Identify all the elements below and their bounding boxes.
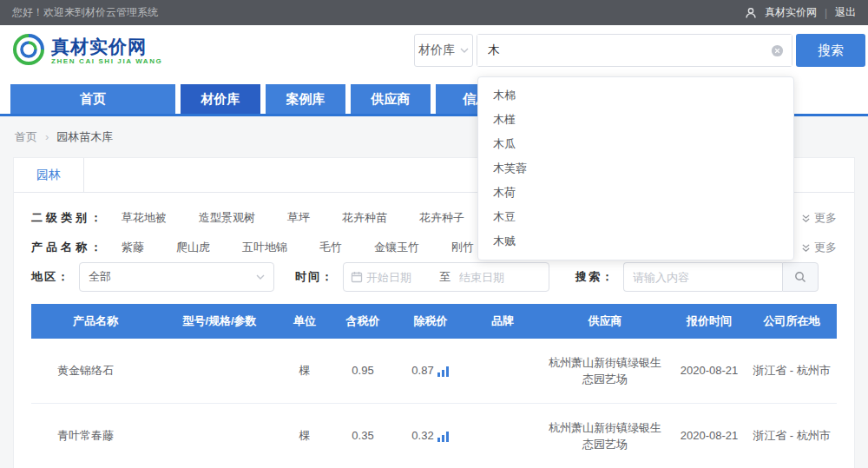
nav-tab[interactable]: 首页: [10, 84, 175, 114]
cell-brand: [465, 339, 540, 403]
topbar-divider: |: [825, 7, 827, 19]
product-filter-item[interactable]: 五叶地锦: [242, 240, 287, 255]
suggestion-item[interactable]: 木豆: [478, 205, 793, 229]
product-filter-item[interactable]: 毛竹: [319, 240, 342, 255]
region-select-value: 全部: [89, 269, 111, 285]
breadcrumb-home[interactable]: 首页: [15, 129, 37, 145]
cell-tax-price: 0.95: [330, 339, 396, 403]
column-header: 品牌: [465, 304, 540, 339]
nav-tab[interactable]: 供应商: [351, 84, 431, 114]
cell-supplier: 杭州萧山新街镇绿银生态园艺场: [540, 339, 670, 403]
cell-brand: [465, 404, 540, 468]
column-header: 供应商: [540, 304, 670, 339]
suggestion-item[interactable]: 木槿: [478, 108, 793, 132]
calendar-icon: [351, 271, 363, 283]
nav-tab[interactable]: 案例库: [266, 84, 345, 114]
search-button[interactable]: 搜索: [796, 34, 865, 67]
suggestion-item[interactable]: 木贼: [478, 229, 793, 254]
cell-supplier: 杭州萧山新街镇绿银生态园艺场: [540, 404, 670, 468]
product-more-button[interactable]: 更多: [801, 240, 837, 255]
nav-tab-label: 材价库: [201, 91, 240, 108]
nav-tab[interactable]: 材价库: [181, 84, 260, 114]
cell-location: 浙江省 - 杭州市: [748, 404, 835, 468]
nav-tab-label: 首页: [80, 91, 106, 108]
cell-product-name[interactable]: 青叶常春藤: [31, 404, 160, 468]
breadcrumb-separator: ›: [45, 130, 49, 143]
column-header: 产品名称: [31, 304, 160, 339]
logout-link[interactable]: 退出: [835, 5, 856, 20]
product-filter-item[interactable]: 刚竹: [451, 240, 474, 255]
keyword-search-button[interactable]: [782, 262, 819, 292]
suggestion-item[interactable]: 木荷: [478, 181, 793, 205]
excl-tax-price-value: 0.87: [411, 362, 433, 379]
price-trend-chart-icon[interactable]: [437, 431, 450, 442]
search-icon: [794, 271, 806, 283]
category-filter-item[interactable]: 花卉种苗: [342, 210, 387, 226]
category-filter-item[interactable]: 草花地被: [122, 210, 167, 226]
table-row[interactable]: 黄金锦络石 棵 0.95 0.87 杭州萧山新街镇绿银生态园艺场 2020-0: [31, 339, 837, 404]
column-header: 除税价: [396, 304, 465, 339]
site-home-link[interactable]: 真材实价网: [765, 5, 817, 20]
excl-tax-price-value: 0.32: [411, 427, 433, 445]
keyword-input[interactable]: [623, 262, 782, 292]
chevron-down-icon: [460, 48, 469, 53]
product-filter-item[interactable]: 金镶玉竹: [374, 240, 419, 255]
region-label: 地区：: [31, 269, 70, 285]
cell-tax-price: 0.35: [330, 404, 396, 468]
table-body: 黄金锦络石 棵 0.95 0.87 杭州萧山新街镇绿银生态园艺场 2020-0: [31, 339, 837, 468]
table-header-row: 产品名称型号/规格/参数单位含税价除税价品牌供应商报价时间公司所在地: [31, 304, 837, 339]
date-to-label: 至: [434, 269, 456, 285]
column-header: 报价时间: [670, 304, 748, 339]
logo-subtitle: ZHEN CAI SHI JIA WANG: [51, 57, 162, 65]
logo-title: 真材实价网: [51, 36, 162, 56]
end-date-input[interactable]: [459, 271, 523, 284]
logo-icon: [11, 32, 46, 69]
category-filter-item[interactable]: 花卉种子: [419, 210, 464, 226]
cell-excl-tax-price: 0.32: [396, 404, 465, 468]
cell-product-name[interactable]: 黄金锦络石: [31, 339, 160, 403]
cell-location: 浙江省 - 杭州市: [748, 339, 835, 403]
region-select[interactable]: 全部: [79, 262, 274, 292]
tab-garden-label: 园林: [36, 168, 61, 183]
welcome-text: 您好！欢迎来到材价云管理系统: [12, 5, 158, 20]
user-icon: [745, 7, 757, 19]
main-search-input[interactable]: [477, 35, 792, 66]
category-filter-item[interactable]: 草坪: [287, 210, 310, 226]
controls-filter-row: 地区： 全部 时间： 至 搜索：: [31, 262, 837, 292]
cell-excl-tax-price: 0.87: [396, 339, 465, 403]
double-chevron-down-icon: [801, 243, 811, 253]
double-chevron-down-icon: [801, 214, 811, 223]
cell-quote-date: 2020-08-21: [670, 339, 748, 403]
cell-spec: [160, 404, 279, 468]
column-header: 公司所在地: [748, 304, 835, 339]
category-filter-item[interactable]: 造型景观树: [199, 210, 255, 226]
cell-unit: 棵: [279, 339, 330, 403]
cell-quote-date: 2020-08-21: [670, 404, 748, 468]
tab-garden[interactable]: 园林: [14, 158, 84, 192]
site-logo[interactable]: 真材实价网 ZHEN CAI SHI JIA WANG: [11, 32, 162, 69]
product-filter-label: 产品名称：: [31, 240, 122, 255]
keyword-search-label: 搜索：: [575, 269, 615, 285]
table-row[interactable]: 青叶常春藤 棵 0.35 0.32 杭州萧山新街镇绿银生态园艺场 2020-0: [31, 404, 837, 468]
clear-input-icon[interactable]: [771, 44, 784, 57]
product-filter-item[interactable]: 紫藤: [122, 240, 144, 255]
suggestion-item[interactable]: 木瓜: [478, 132, 793, 156]
suggestion-item[interactable]: 木芙蓉: [478, 156, 793, 181]
column-header: 型号/规格/参数: [160, 304, 279, 339]
suggestion-item[interactable]: 木棉: [478, 83, 793, 108]
cell-spec: [160, 339, 279, 403]
date-range-picker[interactable]: 至: [343, 262, 549, 292]
column-header: 单位: [279, 304, 330, 339]
header-search-group: 材价库 搜索: [414, 34, 865, 67]
price-trend-chart-icon[interactable]: [437, 366, 450, 377]
product-filter-item[interactable]: 爬山虎: [176, 240, 210, 255]
category-filter-label: 二级类别：: [31, 210, 122, 226]
search-category-select[interactable]: 材价库: [414, 34, 473, 67]
topbar: 您好！欢迎来到材价云管理系统 真材实价网 | 退出: [0, 0, 868, 25]
nav-tab-label: 案例库: [286, 91, 326, 108]
keyword-search-group: [623, 262, 819, 292]
results-table: 产品名称型号/规格/参数单位含税价除税价品牌供应商报价时间公司所在地 黄金锦络石…: [31, 304, 837, 468]
start-date-input[interactable]: [366, 271, 431, 284]
nav-tab-label: 供应商: [372, 91, 411, 108]
category-more-button[interactable]: 更多: [801, 210, 837, 226]
